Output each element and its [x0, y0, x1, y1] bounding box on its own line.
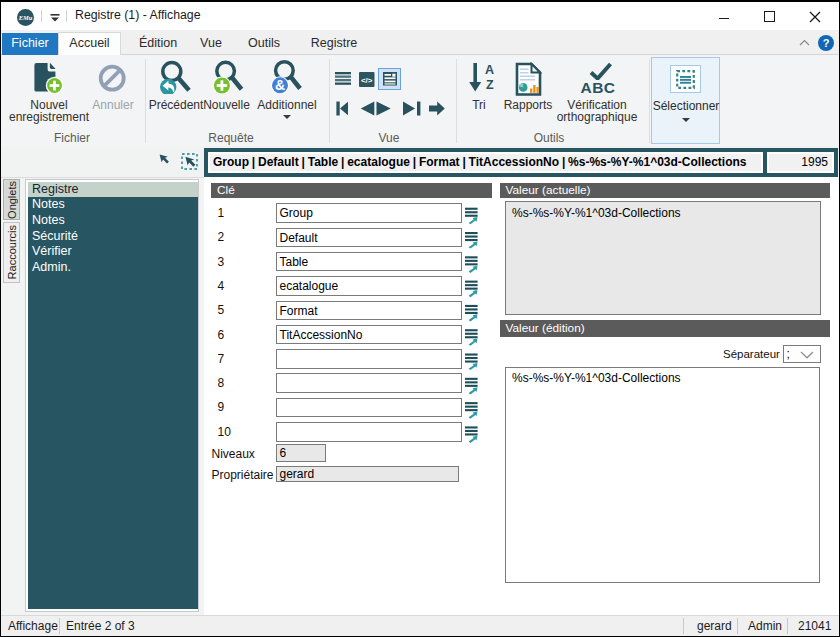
svg-text:Z: Z [486, 78, 494, 92]
svg-text:&: & [275, 77, 285, 93]
svg-text:</>: </> [360, 75, 372, 84]
svg-text:A: A [485, 63, 494, 77]
